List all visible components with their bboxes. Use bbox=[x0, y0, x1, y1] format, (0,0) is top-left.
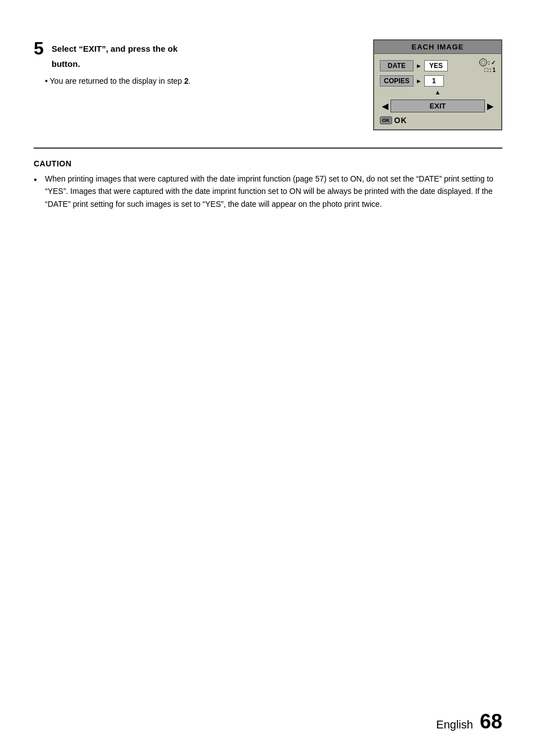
lcd-nav-left-icon: ◀ bbox=[380, 102, 390, 111]
lcd-copies-arrow: ► bbox=[416, 78, 422, 84]
lcd-exit-box: EXIT bbox=[390, 99, 485, 112]
caution-text: When printing images that were captured … bbox=[34, 173, 502, 210]
lcd-ok-row: OK OK bbox=[380, 116, 496, 125]
clock-icon: ◯ bbox=[479, 58, 487, 66]
lcd-date-value: YES bbox=[424, 60, 448, 71]
lcd-clock-check-row: ◯ : ✓ bbox=[479, 58, 496, 66]
colon2: : bbox=[489, 67, 491, 73]
step-bullet-suffix: . bbox=[189, 76, 191, 85]
copy-icon: □ bbox=[484, 66, 488, 73]
step-instruction-line1: Select “EXIT”, and press the ok bbox=[52, 39, 178, 55]
lcd-title-bar: EACH IMAGE bbox=[374, 40, 501, 54]
footer-page-number: 68 bbox=[480, 710, 502, 734]
lcd-date-arrow: ► bbox=[416, 62, 422, 69]
step-heading: 5 Select “EXIT”, and press the ok button… bbox=[34, 39, 356, 70]
check-icon: ✓ bbox=[491, 60, 496, 66]
lcd-icons: ◯ : ✓ □ : 1 bbox=[479, 58, 496, 73]
lcd-screen: EACH IMAGE DATE ► YES ◯ : ✓ bbox=[373, 39, 502, 130]
footer-language: English bbox=[436, 718, 473, 731]
step-number: 5 bbox=[34, 39, 44, 57]
lcd-copies-label: COPIES bbox=[380, 75, 414, 87]
step-text-block: 5 Select “EXIT”, and press the ok button… bbox=[34, 39, 356, 87]
colon1: : bbox=[488, 60, 490, 66]
page-container: 5 Select “EXIT”, and press the ok button… bbox=[0, 0, 536, 756]
caution-section: CAUTION When printing images that were c… bbox=[34, 159, 502, 210]
lcd-up-arrow: ▲ bbox=[380, 89, 496, 96]
caution-title: CAUTION bbox=[34, 159, 502, 168]
lcd-copies-row: COPIES ► 1 bbox=[380, 75, 496, 87]
lcd-copy-count-row: □ : 1 bbox=[484, 66, 496, 73]
lcd-exit-row: ◀ EXIT ▶ bbox=[380, 99, 496, 112]
step-bullet: • You are returned to the display in ste… bbox=[45, 75, 356, 87]
lcd-nav-right-icon: ▶ bbox=[485, 102, 496, 111]
lcd-date-label: DATE bbox=[380, 60, 414, 71]
lcd-body: DATE ► YES ◯ : ✓ □ : 1 bbox=[374, 54, 501, 129]
section-divider bbox=[34, 147, 502, 149]
lcd-copies-value: 1 bbox=[424, 75, 444, 87]
step-instruction-line2: button. bbox=[52, 55, 178, 70]
lcd-date-row: DATE ► YES ◯ : ✓ □ : 1 bbox=[380, 58, 496, 73]
lcd-ok-label: OK bbox=[394, 116, 407, 125]
step-bullet-text: You are returned to the display in step bbox=[50, 76, 184, 85]
page-footer: English 68 bbox=[436, 710, 502, 734]
step-section: 5 Select “EXIT”, and press the ok button… bbox=[34, 39, 502, 130]
lcd-ok-badge: OK bbox=[380, 116, 392, 124]
step-bullet-bold: 2 bbox=[184, 76, 189, 85]
copy-count: 1 bbox=[492, 67, 496, 73]
